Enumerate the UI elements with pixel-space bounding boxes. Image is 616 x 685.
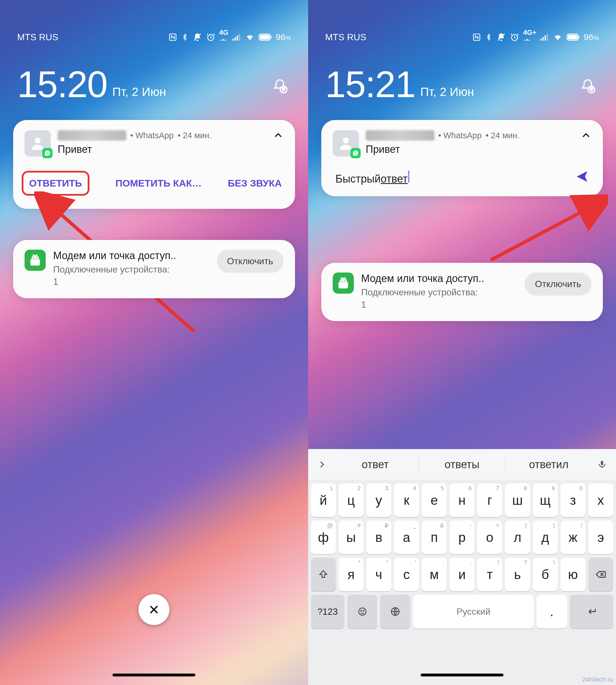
hotspot-notification-card[interactable]: Модем или точка доступ.. Подключенные ус…	[321, 263, 603, 321]
reply-button[interactable]: ОТВЕТИТЬ	[29, 178, 82, 189]
suggestion-3[interactable]: ответил	[505, 458, 592, 471]
quick-reply-input[interactable]: Быстрый ответ	[335, 171, 569, 185]
key-г[interactable]: г7	[477, 483, 502, 517]
key-е[interactable]: е5	[422, 483, 447, 517]
shift-key[interactable]	[311, 558, 336, 591]
nfc-icon	[169, 33, 177, 42]
key-д[interactable]: д)	[533, 520, 558, 554]
sender-name-redacted	[366, 130, 434, 141]
whatsapp-badge-icon	[350, 148, 361, 158]
notification-app: • WhatsApp	[438, 131, 482, 140]
key-ю[interactable]: ю	[560, 558, 586, 591]
network-type-label: 4G+	[523, 30, 536, 44]
bluetooth-icon	[181, 33, 189, 42]
key-й[interactable]: й1	[311, 483, 336, 517]
whatsapp-notification-card[interactable]: • WhatsApp • 24 мин. Привет ОТВЕТИТЬ ПОМ…	[13, 120, 295, 209]
hotspot-notification-card[interactable]: Модем или точка доступ.. Подключенные ус…	[13, 240, 295, 298]
suggestion-2[interactable]: ответы	[419, 458, 505, 471]
nav-bar-indicator	[112, 673, 195, 677]
svg-rect-9	[270, 36, 271, 38]
svg-point-35	[363, 611, 364, 611]
key-щ[interactable]: щ9	[533, 483, 558, 517]
key-п[interactable]: п&	[422, 520, 447, 554]
key-к[interactable]: к4	[394, 483, 419, 517]
key-ь[interactable]: ь?	[505, 558, 530, 591]
whatsapp-notification-card[interactable]: • WhatsApp • 24 мин. Привет Быстрый отве…	[321, 120, 603, 196]
lockscreen-clock: 15:21	[325, 66, 415, 103]
svg-rect-21	[545, 36, 546, 41]
emoji-key[interactable]	[347, 595, 377, 628]
svg-point-33	[359, 608, 366, 615]
key-т[interactable]: т!	[477, 558, 502, 591]
svg-rect-32	[601, 461, 603, 465]
key-э[interactable]: э	[588, 520, 613, 554]
send-button[interactable]	[575, 169, 591, 186]
key-ч[interactable]: ч"	[367, 558, 391, 591]
key-ш[interactable]: ш8	[505, 483, 530, 517]
svg-rect-24	[568, 35, 577, 39]
watermark: 24hitech.ru	[582, 676, 613, 683]
wifi-icon	[245, 33, 255, 42]
key-с[interactable]: с'	[394, 558, 419, 591]
key-м[interactable]: м:	[422, 558, 447, 591]
keyboard-suggestion-row: ответ ответы ответил	[308, 449, 616, 480]
symbols-key[interactable]: ?123	[311, 595, 345, 628]
notification-app: • WhatsApp	[130, 131, 174, 140]
key-о[interactable]: о+	[477, 520, 502, 554]
key-в[interactable]: в₽	[367, 520, 391, 554]
notification-settings-icon[interactable]	[579, 78, 599, 98]
backspace-key[interactable]	[588, 558, 613, 591]
key-ц[interactable]: ц2	[339, 483, 364, 517]
notification-time: • 24 мин.	[178, 131, 212, 140]
key-л[interactable]: л(	[505, 520, 530, 554]
svg-rect-19	[540, 39, 542, 41]
svg-point-11	[282, 88, 285, 90]
enter-key[interactable]	[570, 595, 613, 628]
hotspot-title: Модем или точка доступ..	[53, 250, 209, 262]
key-у[interactable]: у3	[367, 483, 391, 517]
collapse-icon[interactable]	[580, 130, 591, 142]
lockscreen-date: Пт, 2 Июн	[420, 85, 474, 99]
nav-bar-indicator	[421, 673, 504, 677]
key-б[interactable]: б\	[533, 558, 558, 591]
onscreen-keyboard: ответ ответы ответил й1ц2у3к4е5н6г7ш8щ9з…	[308, 449, 616, 685]
sender-name-redacted	[58, 130, 126, 141]
lockscreen-clock: 15:20	[17, 66, 107, 103]
key-и[interactable]: и;	[449, 558, 474, 591]
key-ф[interactable]: ф@	[311, 520, 336, 554]
key-з[interactable]: з0	[560, 483, 586, 517]
svg-point-30	[341, 280, 342, 281]
lockscreen-clock-row: 15:21 Пт, 2 Июн	[308, 66, 616, 103]
key-ж[interactable]: ж/	[560, 520, 586, 554]
mute-button[interactable]: БЕЗ ЗВУКА	[228, 178, 282, 189]
battery-pct: 96	[276, 32, 285, 42]
expand-suggestions-icon[interactable]	[312, 454, 332, 474]
space-key[interactable]: Русский	[413, 595, 534, 628]
notification-settings-icon[interactable]	[271, 78, 291, 98]
disconnect-button[interactable]: Отключить	[217, 250, 284, 273]
key-а[interactable]: а_	[394, 520, 419, 554]
lockscreen-clock-row: 15:20 Пт, 2 Июн	[0, 66, 308, 103]
suggestion-1[interactable]: ответ	[332, 458, 419, 471]
vibrate-icon	[193, 33, 202, 42]
key-н[interactable]: н6	[449, 483, 474, 517]
period-key[interactable]: .	[536, 595, 567, 628]
language-key[interactable]	[380, 595, 410, 628]
disconnect-button[interactable]: Отключить	[525, 273, 591, 296]
mic-icon[interactable]	[592, 459, 612, 469]
clear-notifications-button[interactable]	[138, 594, 169, 625]
svg-point-28	[343, 138, 349, 143]
whatsapp-badge-icon	[42, 148, 52, 158]
hotspot-subtitle: Подключенные устройства:1	[361, 286, 518, 311]
key-я[interactable]: я*	[339, 558, 364, 591]
key-х[interactable]: х	[588, 483, 613, 517]
key-ы[interactable]: ы#	[339, 520, 364, 554]
vibrate-icon	[496, 33, 506, 42]
nfc-icon	[472, 33, 481, 42]
svg-point-14	[33, 257, 34, 258]
mark-as-read-button[interactable]: ПОМЕТИТЬ КАК…	[115, 178, 202, 189]
key-р[interactable]: р-	[449, 520, 474, 554]
svg-point-12	[35, 138, 41, 143]
collapse-icon[interactable]	[273, 130, 284, 142]
battery-pct: 96	[584, 32, 593, 42]
